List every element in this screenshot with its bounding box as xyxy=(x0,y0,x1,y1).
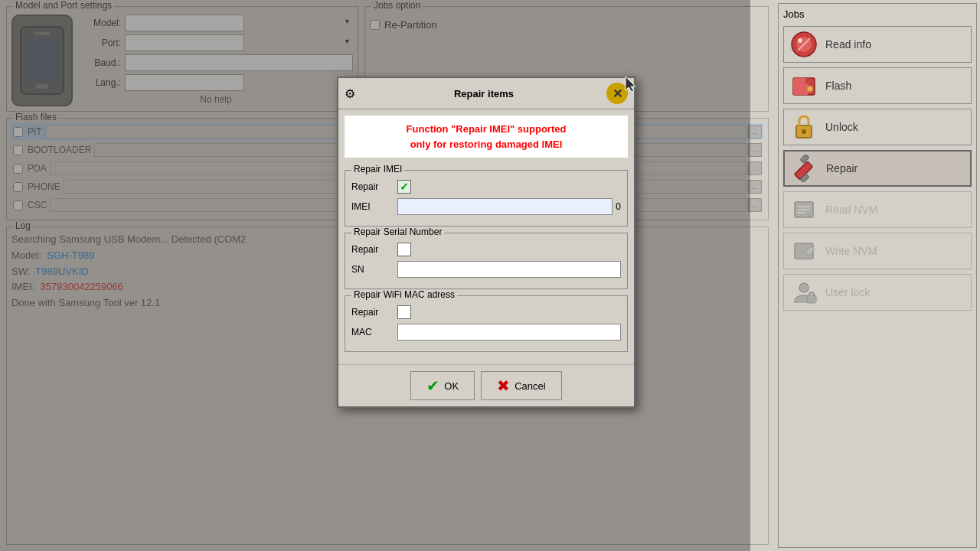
flash-button[interactable]: Flash xyxy=(783,67,972,104)
svg-point-10 xyxy=(802,129,806,134)
jobs-panel: Jobs Read info xyxy=(778,3,977,548)
unlock-button[interactable]: Unlock xyxy=(783,109,972,145)
repair-serial-group: Repair Serial Number Repair SN xyxy=(345,233,628,289)
imei-suffix: 0 xyxy=(616,201,621,212)
readinfo-icon xyxy=(790,31,818,58)
repair-serial-title: Repair Serial Number xyxy=(351,227,444,237)
unlock-icon xyxy=(790,113,818,141)
sn-input[interactable] xyxy=(397,261,621,278)
repair-label: Repair xyxy=(826,162,858,174)
svg-point-20 xyxy=(799,283,808,292)
repair-serial-repair-label: Repair xyxy=(351,244,397,255)
repair-imei-input-row: IMEI 0 xyxy=(351,198,621,215)
jobs-title: Jobs xyxy=(783,8,972,20)
flash-label: Flash xyxy=(825,80,851,92)
cancel-icon: ✖ xyxy=(497,377,510,395)
repair-button[interactable]: Repair xyxy=(783,150,972,187)
userlock-label: User lock xyxy=(825,286,870,298)
userlock-icon xyxy=(790,279,818,306)
repair-imei-repair-label: Repair xyxy=(351,181,397,192)
sn-label: SN xyxy=(351,264,397,275)
ok-button[interactable]: ✔ OK xyxy=(410,371,475,400)
gear-icon: ⚙ xyxy=(345,86,355,101)
unlock-label: Unlock xyxy=(825,121,858,133)
modal-footer: ✔ OK ✖ Cancel xyxy=(338,364,634,406)
repair-imei-group: Repair IMEI Repair ✓ IMEI 0 xyxy=(345,170,628,227)
readinfo-button[interactable]: Read info xyxy=(783,26,972,63)
svg-rect-6 xyxy=(805,78,809,84)
repair-wifi-input-row: MAC xyxy=(351,324,621,341)
writenvm-button[interactable]: Write NVM xyxy=(783,233,972,269)
repair-serial-check-row: Repair xyxy=(351,243,621,256)
mac-input[interactable] xyxy=(397,324,621,341)
userlock-button[interactable]: User lock xyxy=(783,274,972,311)
mac-label: MAC xyxy=(351,327,397,337)
repair-wifi-repair-label: Repair xyxy=(351,307,397,318)
writenvm-icon xyxy=(790,237,818,265)
repair-items-modal: ⚙ Repair items ✕ Function "Repair IMEI" … xyxy=(337,77,635,408)
ok-label: OK xyxy=(444,380,459,392)
imei-input[interactable] xyxy=(397,198,612,215)
ok-icon: ✔ xyxy=(426,377,439,395)
repair-imei-checkbox[interactable]: ✓ xyxy=(397,180,411,194)
repair-serial-input-row: SN xyxy=(351,261,621,278)
cancel-label: Cancel xyxy=(514,380,545,392)
svg-point-8 xyxy=(808,87,812,90)
readnvm-button[interactable]: Read NVM xyxy=(783,191,972,228)
repair-imei-title: Repair IMEI xyxy=(351,164,404,174)
modal-warning-text: Function "Repair IMEI" supportedonly for… xyxy=(351,122,622,152)
imei-label: IMEI xyxy=(351,201,397,212)
cancel-button[interactable]: ✖ Cancel xyxy=(481,371,561,400)
repair-wifi-group: Repair WiFi MAC adress Repair MAC xyxy=(345,295,628,352)
flash-icon xyxy=(790,72,818,99)
modal-title: Repair items xyxy=(361,88,606,99)
repair-wifi-title: Repair WiFi MAC adress xyxy=(351,289,457,300)
repair-icon xyxy=(791,155,818,182)
svg-point-2 xyxy=(798,38,802,43)
repair-serial-checkbox[interactable] xyxy=(397,243,411,256)
readnvm-icon xyxy=(790,196,818,223)
modal-close-button[interactable]: ✕ xyxy=(606,83,628,104)
repair-wifi-check-row: Repair xyxy=(351,305,621,319)
writenvm-label: Write NVM xyxy=(825,245,877,257)
repair-imei-check-row: Repair ✓ xyxy=(351,180,621,194)
checkmark-icon: ✓ xyxy=(400,181,409,193)
modal-titlebar: ⚙ Repair items ✕ xyxy=(338,78,634,109)
readnvm-label: Read NVM xyxy=(825,204,877,216)
repair-wifi-checkbox[interactable] xyxy=(397,305,411,319)
readinfo-label: Read info xyxy=(825,38,871,51)
svg-rect-21 xyxy=(807,295,816,303)
modal-warning-box: Function "Repair IMEI" supportedonly for… xyxy=(345,116,628,158)
